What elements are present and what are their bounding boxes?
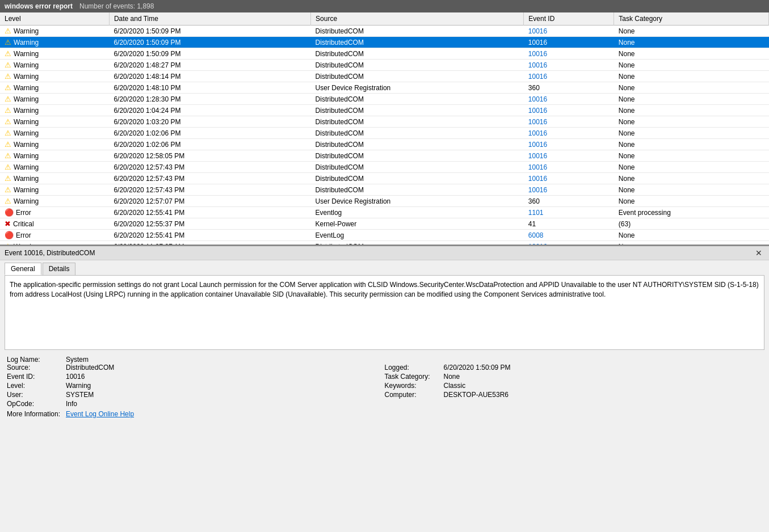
cell-datetime: 6/20/2020 12:58:05 PM — [109, 150, 310, 162]
cell-source: DistributedCOM — [311, 60, 524, 71]
table-row[interactable]: ✖Critical 6/20/2020 12:55:37 PM Kernel-P… — [0, 218, 769, 230]
cell-datetime: 6/20/2020 1:48:10 PM — [109, 82, 310, 94]
table-row[interactable]: ⚠Warning 6/20/2020 1:03:20 PM Distribute… — [0, 116, 769, 128]
cell-level: ⚠Warning — [0, 82, 109, 94]
cell-level: ⚠Warning — [0, 184, 109, 196]
cell-level: ⚠Warning — [0, 60, 109, 71]
warning-icon: ⚠ — [5, 185, 11, 194]
cell-datetime: 6/20/2020 12:57:43 PM — [109, 184, 310, 196]
cell-datetime: 6/20/2020 1:02:06 PM — [109, 139, 310, 150]
cell-eventid: 10016 — [524, 60, 614, 71]
cell-eventid: 10016 — [524, 241, 614, 246]
cell-taskcategory: None — [614, 173, 769, 184]
table-row[interactable]: ⚠Warning 6/20/2020 1:28:30 PM Distribute… — [0, 94, 769, 105]
col-datetime[interactable]: Date and Time — [109, 12, 310, 26]
detail-panel: Event 10016, DistributedCOM ✕ General De… — [0, 245, 769, 420]
table-row[interactable]: ⚠Warning 6/20/2020 12:57:07 PM User Devi… — [0, 196, 769, 207]
cell-source: EventLog — [311, 230, 524, 241]
detail-content: The application-specific permission sett… — [5, 275, 764, 350]
cell-datetime: 6/20/2020 1:50:09 PM — [109, 37, 310, 48]
tab-general[interactable]: General — [5, 263, 41, 275]
table-row[interactable]: ⚠Warning 6/20/2020 12:57:43 PM Distribut… — [0, 184, 769, 196]
cell-taskcategory: None — [614, 48, 769, 60]
table-row[interactable]: ⚠Warning 6/20/2020 1:48:10 PM User Devic… — [0, 82, 769, 94]
critical-icon: ✖ — [5, 219, 11, 228]
table-row[interactable]: 🔴Error 6/20/2020 12:55:41 PM EventLog 60… — [0, 230, 769, 241]
meta-moreinfo-link[interactable]: Event Log Online Help — [66, 410, 134, 418]
cell-datetime: 6/20/2020 12:55:41 PM — [109, 207, 310, 218]
cell-taskcategory: None — [614, 230, 769, 241]
cell-taskcategory: None — [614, 150, 769, 162]
cell-eventid: 10016 — [524, 139, 614, 150]
cell-eventid: 10016 — [524, 105, 614, 116]
cell-taskcategory: None — [614, 37, 769, 48]
cell-eventid: 10016 — [524, 162, 614, 173]
table-row[interactable]: 🔴Error 6/20/2020 12:55:41 PM Eventlog 11… — [0, 207, 769, 218]
cell-level: ⚠Warning — [0, 241, 109, 246]
cell-taskcategory: None — [614, 26, 769, 37]
cell-source: DistributedCOM — [311, 128, 524, 139]
meta-opcode-value: Info — [66, 400, 77, 408]
cell-level: ⚠Warning — [0, 37, 109, 48]
cell-level: ⚠Warning — [0, 71, 109, 82]
cell-datetime: 6/20/2020 1:48:14 PM — [109, 71, 310, 82]
meta-eventid: Event ID: 10016 — [7, 373, 385, 381]
table-row[interactable]: ⚠Warning 6/20/2020 12:58:05 PM Distribut… — [0, 150, 769, 162]
col-taskcategory[interactable]: Task Category — [614, 12, 769, 26]
cell-datetime: 6/20/2020 1:50:09 PM — [109, 26, 310, 37]
table-row[interactable]: ⚠Warning 6/20/2020 12:57:43 PM Distribut… — [0, 162, 769, 173]
cell-datetime: 6/20/2020 12:55:41 PM — [109, 230, 310, 241]
cell-taskcategory: None — [614, 241, 769, 246]
table-row[interactable]: ⚠Warning 6/20/2020 1:50:09 PM Distribute… — [0, 37, 769, 48]
cell-level: ⚠Warning — [0, 116, 109, 128]
cell-eventid: 10016 — [524, 71, 614, 82]
meta-keywords: Keywords: Classic — [385, 382, 763, 390]
cell-level: ⚠Warning — [0, 94, 109, 105]
warning-icon: ⚠ — [5, 174, 11, 183]
cell-eventid: 10016 — [524, 150, 614, 162]
table-row[interactable]: ⚠Warning 6/20/2020 12:57:43 PM Distribut… — [0, 173, 769, 184]
meta-level-label: Level: — [7, 382, 64, 390]
table-row[interactable]: ⚠Warning 6/20/2020 1:50:09 PM Distribute… — [0, 26, 769, 37]
cell-source: DistributedCOM — [311, 105, 524, 116]
col-source[interactable]: Source — [311, 12, 524, 26]
meta-level: Level: Warning — [7, 382, 385, 390]
warning-icon: ⚠ — [5, 27, 11, 35]
table-header-row: Level Date and Time Source Event ID Task… — [0, 12, 769, 26]
table-row[interactable]: ⚠Warning 6/20/2020 1:02:06 PM Distribute… — [0, 128, 769, 139]
title-bar: windows error report Number of events: 1… — [0, 0, 769, 12]
table-row[interactable]: ⚠Warning 6/20/2020 11:37:37 AM Distribut… — [0, 241, 769, 246]
table-row[interactable]: ⚠Warning 6/20/2020 1:02:06 PM Distribute… — [0, 139, 769, 150]
meta-keywords-value: Classic — [444, 382, 466, 390]
tab-details[interactable]: Details — [43, 263, 76, 275]
cell-taskcategory: None — [614, 71, 769, 82]
col-level[interactable]: Level — [0, 12, 109, 26]
table-row[interactable]: ⚠Warning 6/20/2020 1:48:27 PM Distribute… — [0, 60, 769, 71]
warning-icon: ⚠ — [5, 49, 11, 58]
col-eventid[interactable]: Event ID — [524, 12, 614, 26]
table-row[interactable]: ⚠Warning 6/20/2020 1:50:09 PM Distribute… — [0, 48, 769, 60]
meta-user-label: User: — [7, 391, 64, 399]
cell-taskcategory: None — [614, 196, 769, 207]
events-count: Number of events: 1,898 — [79, 2, 154, 10]
table-row[interactable]: ⚠Warning 6/20/2020 1:48:14 PM Distribute… — [0, 71, 769, 82]
detail-title: Event 10016, DistributedCOM — [5, 249, 95, 257]
cell-eventid: 10016 — [524, 94, 614, 105]
meta-source-value: DistributedCOM — [66, 364, 114, 371]
cell-taskcategory: None — [614, 139, 769, 150]
meta-logname: Log Name: System — [7, 356, 762, 364]
cell-datetime: 6/20/2020 1:48:27 PM — [109, 60, 310, 71]
meta-moreinfo-label: More Information: — [7, 410, 64, 418]
cell-datetime: 6/20/2020 12:57:07 PM — [109, 196, 310, 207]
cell-source: DistributedCOM — [311, 26, 524, 37]
events-table-container[interactable]: Level Date and Time Source Event ID Task… — [0, 12, 769, 245]
cell-level: ⚠Warning — [0, 48, 109, 60]
table-row[interactable]: ⚠Warning 6/20/2020 1:04:24 PM Distribute… — [0, 105, 769, 116]
warning-icon: ⚠ — [5, 61, 11, 69]
cell-level: ⚠Warning — [0, 139, 109, 150]
cell-taskcategory: None — [614, 128, 769, 139]
cell-eventid: 1101 — [524, 207, 614, 218]
error-icon: 🔴 — [5, 208, 14, 217]
meta-eventid-label: Event ID: — [7, 373, 64, 381]
detail-close-button[interactable]: ✕ — [753, 248, 764, 257]
